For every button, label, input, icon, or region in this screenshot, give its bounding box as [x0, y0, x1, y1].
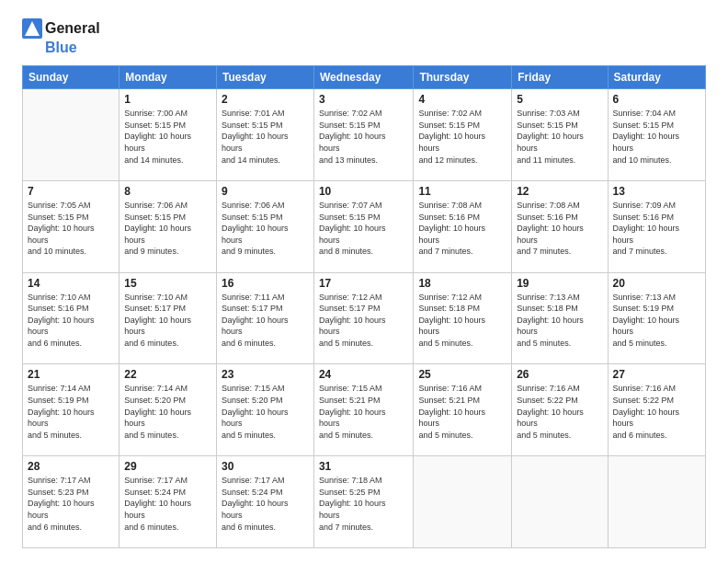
day-number: 8 — [124, 185, 211, 198]
day-cell — [23, 89, 119, 181]
week-row-0: 1 Sunrise: 7:00 AMSunset: 5:15 PMDayligh… — [23, 89, 706, 181]
day-info: Sunrise: 7:15 AMSunset: 5:20 PMDaylight:… — [222, 383, 309, 441]
day-cell: 2 Sunrise: 7:01 AMSunset: 5:15 PMDayligh… — [216, 89, 313, 181]
day-cell: 20 Sunrise: 7:13 AMSunset: 5:19 PMDaylig… — [608, 272, 705, 364]
day-cell: 8 Sunrise: 7:06 AMSunset: 5:15 PMDayligh… — [119, 180, 217, 272]
day-number: 31 — [319, 460, 408, 473]
day-number: 10 — [319, 185, 408, 198]
day-number: 9 — [222, 185, 309, 198]
day-info: Sunrise: 7:07 AMSunset: 5:15 PMDaylight:… — [319, 200, 408, 258]
day-cell: 30 Sunrise: 7:17 AMSunset: 5:24 PMDaylig… — [216, 456, 313, 548]
day-cell: 26 Sunrise: 7:16 AMSunset: 5:22 PMDaylig… — [512, 364, 608, 456]
day-cell: 28 Sunrise: 7:17 AMSunset: 5:23 PMDaylig… — [23, 456, 119, 548]
logo-general: General — [45, 19, 100, 37]
day-info: Sunrise: 7:11 AMSunset: 5:17 PMDaylight:… — [222, 292, 309, 350]
day-cell: 10 Sunrise: 7:07 AMSunset: 5:15 PMDaylig… — [313, 180, 413, 272]
day-header-friday: Friday — [512, 66, 608, 89]
day-number: 29 — [124, 460, 211, 473]
day-number: 19 — [517, 277, 602, 290]
day-header-saturday: Saturday — [608, 66, 705, 89]
day-number: 23 — [222, 368, 309, 381]
day-info: Sunrise: 7:04 AMSunset: 5:15 PMDaylight:… — [613, 108, 700, 166]
day-cell: 7 Sunrise: 7:05 AMSunset: 5:15 PMDayligh… — [23, 180, 119, 272]
day-cell: 18 Sunrise: 7:12 AMSunset: 5:18 PMDaylig… — [414, 272, 512, 364]
day-number: 12 — [517, 185, 602, 198]
day-cell: 23 Sunrise: 7:15 AMSunset: 5:20 PMDaylig… — [216, 364, 313, 456]
day-cell: 24 Sunrise: 7:15 AMSunset: 5:21 PMDaylig… — [313, 364, 413, 456]
day-cell: 14 Sunrise: 7:10 AMSunset: 5:16 PMDaylig… — [23, 272, 119, 364]
day-cell: 22 Sunrise: 7:14 AMSunset: 5:20 PMDaylig… — [119, 364, 217, 456]
day-info: Sunrise: 7:05 AMSunset: 5:15 PMDaylight:… — [28, 200, 114, 258]
day-info: Sunrise: 7:18 AMSunset: 5:25 PMDaylight:… — [319, 475, 408, 533]
day-info: Sunrise: 7:00 AMSunset: 5:15 PMDaylight:… — [124, 108, 211, 166]
day-cell — [608, 456, 705, 548]
day-cell: 11 Sunrise: 7:08 AMSunset: 5:16 PMDaylig… — [414, 180, 512, 272]
day-number: 3 — [319, 93, 408, 106]
day-cell: 15 Sunrise: 7:10 AMSunset: 5:17 PMDaylig… — [119, 272, 217, 364]
day-info: Sunrise: 7:14 AMSunset: 5:20 PMDaylight:… — [124, 383, 211, 441]
day-header-thursday: Thursday — [414, 66, 512, 89]
day-header-tuesday: Tuesday — [216, 66, 313, 89]
day-info: Sunrise: 7:17 AMSunset: 5:23 PMDaylight:… — [28, 475, 114, 533]
day-info: Sunrise: 7:13 AMSunset: 5:18 PMDaylight:… — [517, 292, 602, 350]
day-cell: 5 Sunrise: 7:03 AMSunset: 5:15 PMDayligh… — [512, 89, 608, 181]
day-header-monday: Monday — [119, 66, 217, 89]
day-number: 2 — [222, 93, 309, 106]
day-number: 6 — [613, 93, 700, 106]
logo-shape — [22, 18, 42, 39]
day-number: 1 — [124, 93, 211, 106]
day-info: Sunrise: 7:02 AMSunset: 5:15 PMDaylight:… — [319, 108, 408, 166]
day-info: Sunrise: 7:02 AMSunset: 5:15 PMDaylight:… — [418, 108, 506, 166]
day-number: 13 — [613, 185, 700, 198]
week-row-1: 7 Sunrise: 7:05 AMSunset: 5:15 PMDayligh… — [23, 180, 706, 272]
day-info: Sunrise: 7:10 AMSunset: 5:17 PMDaylight:… — [124, 292, 211, 350]
calendar-table: SundayMondayTuesdayWednesdayThursdayFrid… — [22, 65, 706, 548]
day-number: 4 — [418, 93, 506, 106]
day-number: 21 — [28, 368, 114, 381]
day-info: Sunrise: 7:16 AMSunset: 5:21 PMDaylight:… — [418, 383, 506, 441]
logo-blue: Blue — [45, 39, 77, 56]
week-row-2: 14 Sunrise: 7:10 AMSunset: 5:16 PMDaylig… — [23, 272, 706, 364]
day-info: Sunrise: 7:15 AMSunset: 5:21 PMDaylight:… — [319, 383, 408, 441]
day-number: 15 — [124, 277, 211, 290]
day-cell: 4 Sunrise: 7:02 AMSunset: 5:15 PMDayligh… — [414, 89, 512, 181]
day-number: 14 — [28, 277, 114, 290]
day-cell: 13 Sunrise: 7:09 AMSunset: 5:16 PMDaylig… — [608, 180, 705, 272]
week-row-4: 28 Sunrise: 7:17 AMSunset: 5:23 PMDaylig… — [23, 456, 706, 548]
day-number: 11 — [418, 185, 506, 198]
day-info: Sunrise: 7:14 AMSunset: 5:19 PMDaylight:… — [28, 383, 114, 441]
day-number: 28 — [28, 460, 114, 473]
day-cell: 9 Sunrise: 7:06 AMSunset: 5:15 PMDayligh… — [216, 180, 313, 272]
day-number: 26 — [517, 368, 602, 381]
page: General Blue SundayMondayTuesdayWednesda… — [0, 0, 728, 563]
day-info: Sunrise: 7:12 AMSunset: 5:17 PMDaylight:… — [319, 292, 408, 350]
day-info: Sunrise: 7:09 AMSunset: 5:16 PMDaylight:… — [613, 200, 700, 258]
day-info: Sunrise: 7:10 AMSunset: 5:16 PMDaylight:… — [28, 292, 114, 350]
day-info: Sunrise: 7:06 AMSunset: 5:15 PMDaylight:… — [222, 200, 309, 258]
day-cell: 25 Sunrise: 7:16 AMSunset: 5:21 PMDaylig… — [414, 364, 512, 456]
day-info: Sunrise: 7:01 AMSunset: 5:15 PMDaylight:… — [222, 108, 309, 166]
day-cell: 27 Sunrise: 7:16 AMSunset: 5:22 PMDaylig… — [608, 364, 705, 456]
day-info: Sunrise: 7:08 AMSunset: 5:16 PMDaylight:… — [418, 200, 506, 258]
day-info: Sunrise: 7:06 AMSunset: 5:15 PMDaylight:… — [124, 200, 211, 258]
header: General Blue — [22, 18, 706, 56]
day-cell: 21 Sunrise: 7:14 AMSunset: 5:19 PMDaylig… — [23, 364, 119, 456]
day-number: 27 — [613, 368, 700, 381]
day-cell: 3 Sunrise: 7:02 AMSunset: 5:15 PMDayligh… — [313, 89, 413, 181]
day-number: 22 — [124, 368, 211, 381]
day-cell: 1 Sunrise: 7:00 AMSunset: 5:15 PMDayligh… — [119, 89, 217, 181]
day-number: 5 — [517, 93, 602, 106]
day-number: 30 — [222, 460, 309, 473]
day-cell: 16 Sunrise: 7:11 AMSunset: 5:17 PMDaylig… — [216, 272, 313, 364]
day-info: Sunrise: 7:03 AMSunset: 5:15 PMDaylight:… — [517, 108, 602, 166]
day-header-wednesday: Wednesday — [313, 66, 413, 89]
day-info: Sunrise: 7:17 AMSunset: 5:24 PMDaylight:… — [222, 475, 309, 533]
day-info: Sunrise: 7:16 AMSunset: 5:22 PMDaylight:… — [613, 383, 700, 441]
week-row-3: 21 Sunrise: 7:14 AMSunset: 5:19 PMDaylig… — [23, 364, 706, 456]
day-number: 7 — [28, 185, 114, 198]
day-number: 24 — [319, 368, 408, 381]
day-cell: 31 Sunrise: 7:18 AMSunset: 5:25 PMDaylig… — [313, 456, 413, 548]
day-cell: 17 Sunrise: 7:12 AMSunset: 5:17 PMDaylig… — [313, 272, 413, 364]
day-number: 20 — [613, 277, 700, 290]
day-cell: 29 Sunrise: 7:17 AMSunset: 5:24 PMDaylig… — [119, 456, 217, 548]
